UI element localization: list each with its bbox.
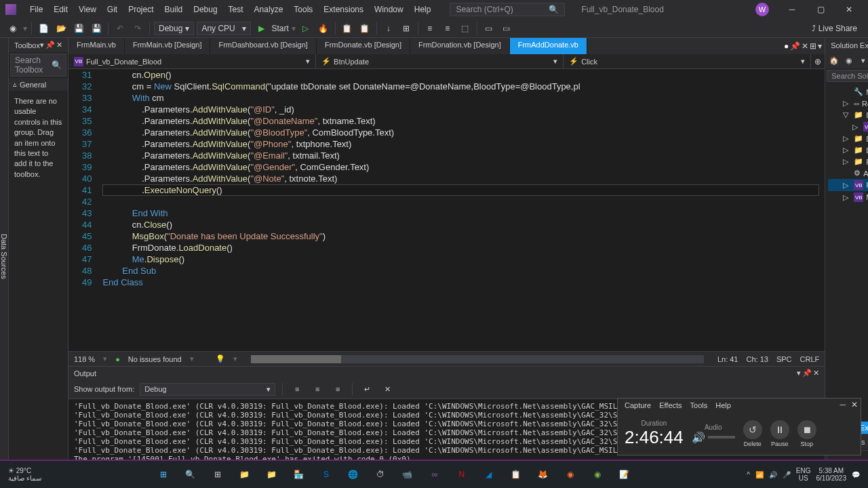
start-button[interactable]: ⊞ [151, 462, 176, 487]
nav-member[interactable]: ⚡BtnUpdate▾ [316, 54, 564, 68]
tb-icon[interactable]: ↓ [381, 21, 396, 36]
taskbar-app[interactable]: S [314, 462, 338, 487]
taskbar-app[interactable]: ◉ [585, 462, 610, 487]
document-tab[interactable]: FrmMain.vb [Design] [125, 38, 210, 54]
left-sidebar-tab[interactable]: Data Sources [0, 38, 9, 474]
tray-notifications-icon[interactable]: 💬 [852, 471, 860, 479]
close-button[interactable]: ✕ [835, 0, 863, 19]
menu-analyze[interactable]: Analyze [249, 2, 289, 17]
tb-icon[interactable]: 📋 [340, 21, 355, 36]
taskbar-app[interactable]: ◉ [558, 462, 583, 487]
new-item-button[interactable]: 📄 [36, 21, 51, 36]
platform-dropdown[interactable]: Any CPU▾ [197, 22, 251, 35]
zoom-level[interactable]: 118 % [74, 355, 95, 363]
tray-mic-icon[interactable]: 🎤 [783, 471, 791, 479]
dropdown-icon[interactable]: ▾ [797, 369, 801, 378]
back-button[interactable]: ◉ [5, 21, 20, 36]
delete-button[interactable]: ↺Delete [743, 420, 762, 447]
output-icon[interactable]: ≡ [290, 382, 304, 396]
nav-event[interactable]: ⚡Click▾ [564, 54, 811, 68]
start-button[interactable]: ▶ [254, 21, 269, 36]
pin-icon[interactable]: 📌 [45, 41, 55, 49]
tab-dropdown-icon[interactable]: ⊞ [810, 41, 816, 51]
user-avatar[interactable]: W [755, 3, 769, 16]
weather-widget[interactable]: ☀ 29°C سماء صافية [8, 467, 41, 482]
tree-item[interactable]: ▷📁Donation [828, 144, 868, 156]
se-search[interactable]: Search Solution Explorer (Ctrl+;) [827, 70, 868, 82]
maximize-button[interactable]: ▢ [807, 0, 834, 19]
menu-git[interactable]: Git [102, 2, 123, 17]
taskbar-app[interactable]: 📹 [395, 462, 420, 487]
document-tab[interactable]: FrmAddDonate.vb [510, 38, 587, 54]
tree-item[interactable]: ⚙App.config [828, 167, 868, 179]
tree-item[interactable]: ▷📁Donate [828, 133, 868, 144]
taskbar-app[interactable]: 🏪 [287, 462, 311, 487]
document-tab[interactable]: FrmDashboard.vb [Design] [210, 38, 316, 54]
menu-tools[interactable]: Tools [288, 2, 318, 17]
output-icon[interactable]: ↵ [359, 382, 374, 396]
recorder-menu-item[interactable]: Tools [690, 401, 708, 409]
menu-window[interactable]: Window [369, 2, 409, 17]
menu-build[interactable]: Build [159, 2, 189, 17]
document-tab[interactable]: FrmDonation.vb [Design] [410, 38, 510, 54]
recorder-menu-item[interactable]: Help [715, 401, 731, 409]
rec-close[interactable]: ✕ [851, 400, 858, 409]
dropdown-icon[interactable]: ▾ [40, 41, 44, 49]
tb-icon[interactable]: ▭ [481, 21, 496, 36]
taskbar-app[interactable]: 📁 [233, 462, 257, 487]
tb-icon[interactable]: 📋 [357, 21, 372, 36]
taskbar-app[interactable]: 📝 [612, 462, 637, 487]
open-button[interactable]: 📂 [54, 21, 68, 36]
taskbar-app[interactable]: ◢ [477, 462, 501, 487]
document-tab[interactable]: FrmDonate.vb [Design] [317, 38, 410, 54]
tree-item[interactable]: ▷📁Patient [828, 156, 868, 167]
redo-button[interactable]: ↷ [130, 21, 145, 36]
output-icon[interactable]: ≡ [330, 382, 345, 396]
pin-icon[interactable]: 📌 [802, 369, 812, 378]
recorder-menu-item[interactable]: Effects [659, 401, 682, 409]
close-icon[interactable]: ✕ [813, 369, 819, 378]
task-view-icon[interactable]: ⊞ [205, 462, 230, 487]
tree-item[interactable]: ▷VBFrmMain.vb [828, 179, 868, 191]
tray-network-icon[interactable]: 📶 [755, 471, 764, 479]
tb-icon[interactable]: ⊞ [399, 21, 414, 36]
document-tab[interactable]: FrmMain.vb [68, 38, 125, 54]
tree-item[interactable]: ▽📁Dashboard [828, 109, 868, 121]
output-icon[interactable]: ≡ [310, 382, 325, 396]
tree-item[interactable]: ▷VBModule1.vb [828, 191, 868, 203]
pause-button[interactable]: ⏸Pause [770, 420, 789, 447]
tb-icon[interactable]: ⬚ [458, 21, 473, 36]
taskbar-app[interactable]: 🌐 [341, 462, 366, 487]
tab-pin-icon[interactable]: 📌 [790, 41, 800, 51]
menu-edit[interactable]: Edit [48, 2, 73, 17]
recorder-menu-item[interactable]: Capture [625, 401, 651, 409]
save-button[interactable]: 💾 [71, 21, 86, 36]
speaker-icon[interactable]: 🔊 [692, 431, 705, 444]
live-share-button[interactable]: ⤴ Live Share [806, 24, 863, 33]
menu-test[interactable]: Test [223, 2, 249, 17]
search-icon[interactable]: 🔍 [178, 462, 203, 487]
clear-output-icon[interactable]: ✕ [380, 382, 395, 396]
tree-item[interactable]: ▷▫▫References [828, 98, 868, 109]
menu-debug[interactable]: Debug [188, 2, 222, 17]
menu-help[interactable]: Help [409, 2, 437, 17]
hot-reload-button[interactable]: 🔥 [316, 21, 331, 36]
save-all-button[interactable]: 💾 [89, 21, 104, 36]
taskbar-app[interactable]: 🦊 [531, 462, 555, 487]
output-source-dropdown[interactable]: Debug▾ [140, 383, 275, 396]
tray-lang[interactable]: ENGUS [796, 467, 811, 482]
menu-file[interactable]: File [24, 2, 48, 17]
tab-dropdown-icon[interactable]: ▾ [818, 41, 822, 51]
tray-clock[interactable]: 5:38 AM6/10/2023 [816, 467, 847, 482]
toolbox-search[interactable]: Search Toolbox 🔍 [10, 54, 66, 77]
taskbar-app[interactable]: 📁 [260, 462, 284, 487]
minimize-button[interactable]: ─ [778, 0, 806, 19]
menu-extensions[interactable]: Extensions [318, 2, 369, 17]
toolbox-general-group[interactable]: ▵General [9, 78, 68, 91]
start-nodebug-button[interactable]: ▷ [298, 21, 313, 36]
stop-button[interactable]: ⏹Stop [797, 420, 816, 447]
nav-project[interactable]: VBFull_vb_Donate_Blood▾ [68, 54, 316, 68]
tree-item[interactable]: ▷VBFrmDashboard.vb [828, 121, 868, 133]
tray-chevron-icon[interactable]: ^ [747, 471, 750, 479]
lightbulb-icon[interactable]: 💡 [216, 354, 225, 363]
